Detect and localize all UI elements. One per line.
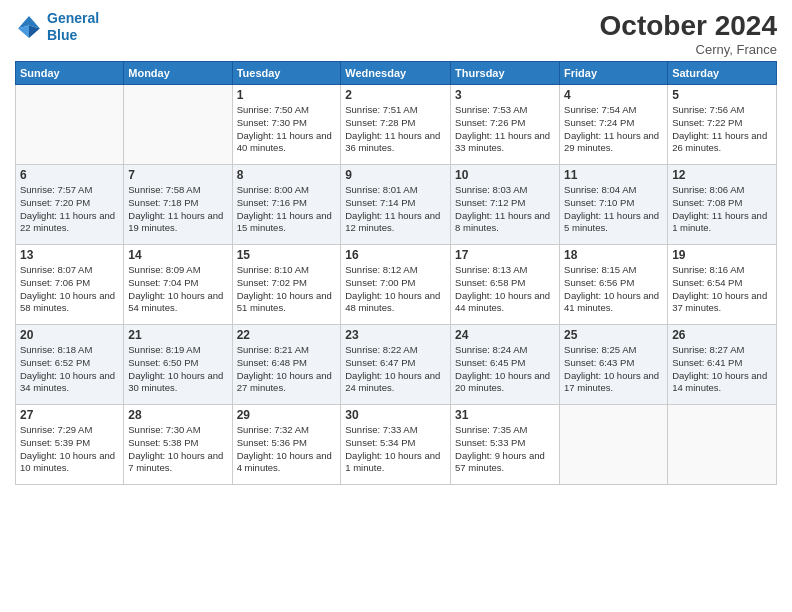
- location: Cerny, France: [600, 42, 777, 57]
- day-info: Sunrise: 8:00 AMSunset: 7:16 PMDaylight:…: [237, 184, 337, 235]
- month-title: October 2024: [600, 10, 777, 42]
- table-row: 18 Sunrise: 8:15 AMSunset: 6:56 PMDaylig…: [560, 245, 668, 325]
- day-info: Sunrise: 7:51 AMSunset: 7:28 PMDaylight:…: [345, 104, 446, 155]
- day-info: Sunrise: 8:18 AMSunset: 6:52 PMDaylight:…: [20, 344, 119, 395]
- day-info: Sunrise: 7:53 AMSunset: 7:26 PMDaylight:…: [455, 104, 555, 155]
- table-row: 28 Sunrise: 7:30 AMSunset: 5:38 PMDaylig…: [124, 405, 232, 485]
- table-row: 21 Sunrise: 8:19 AMSunset: 6:50 PMDaylig…: [124, 325, 232, 405]
- table-row: 19 Sunrise: 8:16 AMSunset: 6:54 PMDaylig…: [668, 245, 777, 325]
- calendar-body: 1 Sunrise: 7:50 AMSunset: 7:30 PMDayligh…: [16, 85, 777, 485]
- day-info: Sunrise: 7:29 AMSunset: 5:39 PMDaylight:…: [20, 424, 119, 475]
- table-row: 31 Sunrise: 7:35 AMSunset: 5:33 PMDaylig…: [451, 405, 560, 485]
- day-number: 25: [564, 328, 663, 342]
- day-number: 6: [20, 168, 119, 182]
- table-row: 7 Sunrise: 7:58 AMSunset: 7:18 PMDayligh…: [124, 165, 232, 245]
- table-row: 3 Sunrise: 7:53 AMSunset: 7:26 PMDayligh…: [451, 85, 560, 165]
- day-number: 12: [672, 168, 772, 182]
- day-number: 19: [672, 248, 772, 262]
- day-info: Sunrise: 8:25 AMSunset: 6:43 PMDaylight:…: [564, 344, 663, 395]
- day-info: Sunrise: 7:32 AMSunset: 5:36 PMDaylight:…: [237, 424, 337, 475]
- table-row: 13 Sunrise: 8:07 AMSunset: 7:06 PMDaylig…: [16, 245, 124, 325]
- day-number: 9: [345, 168, 446, 182]
- table-row: 22 Sunrise: 8:21 AMSunset: 6:48 PMDaylig…: [232, 325, 341, 405]
- calendar-week-row: 27 Sunrise: 7:29 AMSunset: 5:39 PMDaylig…: [16, 405, 777, 485]
- day-info: Sunrise: 8:22 AMSunset: 6:47 PMDaylight:…: [345, 344, 446, 395]
- day-info: Sunrise: 7:35 AMSunset: 5:33 PMDaylight:…: [455, 424, 555, 475]
- day-info: Sunrise: 8:01 AMSunset: 7:14 PMDaylight:…: [345, 184, 446, 235]
- table-row: 26 Sunrise: 8:27 AMSunset: 6:41 PMDaylig…: [668, 325, 777, 405]
- day-info: Sunrise: 8:04 AMSunset: 7:10 PMDaylight:…: [564, 184, 663, 235]
- day-number: 7: [128, 168, 227, 182]
- day-info: Sunrise: 8:19 AMSunset: 6:50 PMDaylight:…: [128, 344, 227, 395]
- table-row: 20 Sunrise: 8:18 AMSunset: 6:52 PMDaylig…: [16, 325, 124, 405]
- table-row: 15 Sunrise: 8:10 AMSunset: 7:02 PMDaylig…: [232, 245, 341, 325]
- table-row: 25 Sunrise: 8:25 AMSunset: 6:43 PMDaylig…: [560, 325, 668, 405]
- header-thursday: Thursday: [451, 62, 560, 85]
- day-number: 26: [672, 328, 772, 342]
- table-row: 6 Sunrise: 7:57 AMSunset: 7:20 PMDayligh…: [16, 165, 124, 245]
- day-number: 28: [128, 408, 227, 422]
- table-row: 30 Sunrise: 7:33 AMSunset: 5:34 PMDaylig…: [341, 405, 451, 485]
- day-number: 27: [20, 408, 119, 422]
- day-number: 11: [564, 168, 663, 182]
- header: General Blue October 2024 Cerny, France: [15, 10, 777, 57]
- table-row: 10 Sunrise: 8:03 AMSunset: 7:12 PMDaylig…: [451, 165, 560, 245]
- day-info: Sunrise: 8:09 AMSunset: 7:04 PMDaylight:…: [128, 264, 227, 315]
- header-friday: Friday: [560, 62, 668, 85]
- table-row: 2 Sunrise: 7:51 AMSunset: 7:28 PMDayligh…: [341, 85, 451, 165]
- table-row: 23 Sunrise: 8:22 AMSunset: 6:47 PMDaylig…: [341, 325, 451, 405]
- table-row: 4 Sunrise: 7:54 AMSunset: 7:24 PMDayligh…: [560, 85, 668, 165]
- day-number: 13: [20, 248, 119, 262]
- table-row: 8 Sunrise: 8:00 AMSunset: 7:16 PMDayligh…: [232, 165, 341, 245]
- day-info: Sunrise: 8:27 AMSunset: 6:41 PMDaylight:…: [672, 344, 772, 395]
- day-info: Sunrise: 7:57 AMSunset: 7:20 PMDaylight:…: [20, 184, 119, 235]
- header-tuesday: Tuesday: [232, 62, 341, 85]
- calendar-week-row: 1 Sunrise: 7:50 AMSunset: 7:30 PMDayligh…: [16, 85, 777, 165]
- table-row: 12 Sunrise: 8:06 AMSunset: 7:08 PMDaylig…: [668, 165, 777, 245]
- day-info: Sunrise: 7:54 AMSunset: 7:24 PMDaylight:…: [564, 104, 663, 155]
- day-number: 5: [672, 88, 772, 102]
- header-monday: Monday: [124, 62, 232, 85]
- calendar-table: Sunday Monday Tuesday Wednesday Thursday…: [15, 61, 777, 485]
- day-number: 23: [345, 328, 446, 342]
- day-info: Sunrise: 7:33 AMSunset: 5:34 PMDaylight:…: [345, 424, 446, 475]
- logo-icon: [15, 13, 43, 41]
- day-number: 22: [237, 328, 337, 342]
- page-container: General Blue October 2024 Cerny, France …: [0, 0, 792, 495]
- day-info: Sunrise: 8:13 AMSunset: 6:58 PMDaylight:…: [455, 264, 555, 315]
- day-number: 8: [237, 168, 337, 182]
- header-saturday: Saturday: [668, 62, 777, 85]
- table-row: 1 Sunrise: 7:50 AMSunset: 7:30 PMDayligh…: [232, 85, 341, 165]
- day-info: Sunrise: 8:15 AMSunset: 6:56 PMDaylight:…: [564, 264, 663, 315]
- day-number: 17: [455, 248, 555, 262]
- table-row: [560, 405, 668, 485]
- day-number: 3: [455, 88, 555, 102]
- day-number: 24: [455, 328, 555, 342]
- table-row: 17 Sunrise: 8:13 AMSunset: 6:58 PMDaylig…: [451, 245, 560, 325]
- table-row: 9 Sunrise: 8:01 AMSunset: 7:14 PMDayligh…: [341, 165, 451, 245]
- logo-text: General Blue: [47, 10, 99, 44]
- day-info: Sunrise: 8:24 AMSunset: 6:45 PMDaylight:…: [455, 344, 555, 395]
- day-info: Sunrise: 7:58 AMSunset: 7:18 PMDaylight:…: [128, 184, 227, 235]
- day-number: 10: [455, 168, 555, 182]
- day-number: 21: [128, 328, 227, 342]
- table-row: 24 Sunrise: 8:24 AMSunset: 6:45 PMDaylig…: [451, 325, 560, 405]
- table-row: [16, 85, 124, 165]
- table-row: 16 Sunrise: 8:12 AMSunset: 7:00 PMDaylig…: [341, 245, 451, 325]
- calendar-week-row: 6 Sunrise: 7:57 AMSunset: 7:20 PMDayligh…: [16, 165, 777, 245]
- table-row: 5 Sunrise: 7:56 AMSunset: 7:22 PMDayligh…: [668, 85, 777, 165]
- day-info: Sunrise: 8:03 AMSunset: 7:12 PMDaylight:…: [455, 184, 555, 235]
- day-info: Sunrise: 8:16 AMSunset: 6:54 PMDaylight:…: [672, 264, 772, 315]
- day-number: 16: [345, 248, 446, 262]
- day-info: Sunrise: 8:07 AMSunset: 7:06 PMDaylight:…: [20, 264, 119, 315]
- day-number: 20: [20, 328, 119, 342]
- day-number: 2: [345, 88, 446, 102]
- table-row: 27 Sunrise: 7:29 AMSunset: 5:39 PMDaylig…: [16, 405, 124, 485]
- weekday-header-row: Sunday Monday Tuesday Wednesday Thursday…: [16, 62, 777, 85]
- day-number: 14: [128, 248, 227, 262]
- logo: General Blue: [15, 10, 99, 44]
- day-info: Sunrise: 8:12 AMSunset: 7:00 PMDaylight:…: [345, 264, 446, 315]
- day-number: 18: [564, 248, 663, 262]
- day-number: 31: [455, 408, 555, 422]
- day-info: Sunrise: 8:10 AMSunset: 7:02 PMDaylight:…: [237, 264, 337, 315]
